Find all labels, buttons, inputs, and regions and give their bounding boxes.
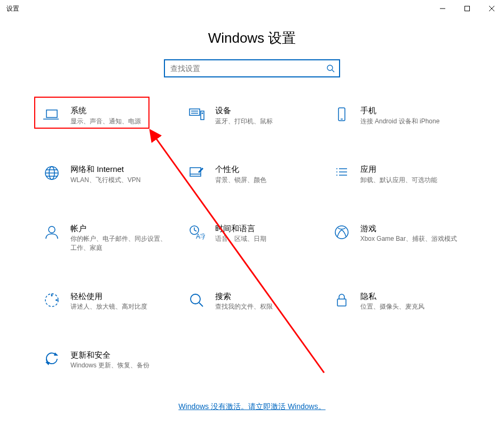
settings-tile-system[interactable]: 系统 显示、声音、通知、电源	[43, 105, 171, 125]
svg-rect-6	[46, 110, 57, 117]
svg-point-28	[49, 226, 55, 233]
lock-icon	[333, 291, 351, 309]
globe-icon	[43, 164, 61, 182]
svg-rect-1	[465, 6, 470, 11]
svg-marker-35	[51, 295, 53, 297]
tile-desc: 连接 Android 设备和 iPhone	[360, 117, 461, 126]
laptop-icon	[43, 105, 61, 123]
maximize-button[interactable]	[455, 0, 479, 17]
tile-desc: 显示、声音、通知、电源	[70, 117, 171, 126]
person-icon	[43, 223, 61, 241]
svg-rect-8	[190, 109, 200, 115]
close-button[interactable]	[479, 0, 504, 17]
svg-rect-39	[337, 299, 346, 306]
tile-desc: WLAN、飞行模式、VPN	[70, 176, 171, 185]
tile-title: 轻松使用	[70, 291, 171, 302]
page-heading: Windows 设置	[0, 29, 504, 48]
update-icon	[43, 350, 61, 368]
tile-desc: 卸载、默认应用、可选功能	[360, 176, 461, 185]
paint-icon	[187, 164, 206, 182]
svg-line-38	[199, 303, 203, 306]
tile-desc: 蓝牙、打印机、鼠标	[215, 117, 316, 126]
settings-tile-network[interactable]: 网络和 Internet WLAN、飞行模式、VPN	[43, 164, 171, 184]
activation-link[interactable]: Windows 没有激活。请立即激活 Windows。	[178, 402, 325, 411]
settings-tile-accounts[interactable]: 帐户 你的帐户、电子邮件、同步设置、工作、家庭	[43, 223, 171, 253]
svg-point-12	[202, 113, 203, 114]
svg-text:A字: A字	[196, 233, 205, 240]
search-icon	[187, 291, 206, 309]
tile-desc: Windows 更新、恢复、备份	[70, 361, 171, 370]
settings-tile-ease-of-access[interactable]: 轻松使用 讲述人、放大镜、高对比度	[43, 291, 171, 311]
svg-point-37	[191, 294, 200, 304]
tile-title: 更新和安全	[70, 350, 171, 360]
settings-tile-apps[interactable]: 应用 卸载、默认应用、可选功能	[333, 164, 461, 184]
settings-tile-personalization[interactable]: 个性化 背景、锁屏、颜色	[187, 164, 316, 184]
search-container	[0, 59, 504, 77]
tile-title: 时间和语言	[215, 223, 316, 234]
titlebar: 设置	[0, 0, 504, 17]
svg-marker-41	[45, 362, 50, 365]
tile-title: 网络和 Internet	[70, 164, 171, 175]
svg-rect-11	[201, 111, 204, 120]
apps-icon	[333, 164, 351, 182]
phone-icon	[333, 105, 351, 123]
time-language-icon: A字	[187, 223, 206, 241]
settings-grid: 系统 显示、声音、通知、电源 设备 蓝牙、打印机、鼠标 手机 连接 Androi…	[43, 105, 461, 370]
tile-desc: 讲述人、放大镜、高对比度	[70, 302, 171, 311]
svg-line-5	[332, 70, 334, 72]
tile-title: 个性化	[215, 164, 316, 175]
tile-title: 隐私	[360, 291, 461, 302]
ease-icon	[43, 291, 61, 309]
keyboard-icon	[187, 105, 206, 123]
tile-title: 搜索	[215, 291, 316, 302]
tile-desc: 语音、区域、日期	[215, 234, 316, 243]
search-input[interactable]	[169, 64, 326, 73]
settings-tile-phone[interactable]: 手机 连接 Android 设备和 iPhone	[333, 105, 461, 125]
tile-title: 手机	[360, 105, 461, 116]
tile-title: 系统	[70, 105, 171, 116]
tile-title: 游戏	[360, 223, 461, 234]
svg-marker-40	[54, 352, 58, 356]
tile-desc: 背景、锁屏、颜色	[215, 176, 316, 185]
tile-desc: 查找我的文件、权限	[215, 302, 316, 311]
xbox-icon	[333, 223, 351, 241]
window-title: 设置	[6, 4, 19, 13]
tile-title: 设备	[215, 105, 316, 116]
settings-tile-gaming[interactable]: 游戏 Xbox Game Bar、捕获、游戏模式	[333, 223, 461, 253]
tile-title: 帐户	[70, 223, 171, 234]
search-box[interactable]	[164, 59, 340, 77]
search-icon	[326, 64, 335, 73]
window-controls	[430, 0, 504, 17]
svg-point-33	[335, 226, 348, 239]
svg-marker-36	[55, 299, 57, 301]
svg-point-4	[327, 65, 333, 70]
tile-desc: 你的帐户、电子邮件、同步设置、工作、家庭	[70, 234, 171, 253]
settings-tile-update[interactable]: 更新和安全 Windows 更新、恢复、备份	[43, 350, 171, 370]
activation-notice: Windows 没有激活。请立即激活 Windows。	[0, 402, 504, 412]
settings-tile-privacy[interactable]: 隐私 位置、摄像头、麦克风	[333, 291, 461, 311]
tile-desc: Xbox Game Bar、捕获、游戏模式	[360, 234, 461, 243]
settings-tile-search[interactable]: 搜索 查找我的文件、权限	[187, 291, 316, 311]
tile-title: 应用	[360, 164, 461, 175]
minimize-button[interactable]	[430, 0, 455, 17]
svg-line-31	[194, 230, 196, 231]
tile-desc: 位置、摄像头、麦克风	[360, 302, 461, 311]
settings-tile-devices[interactable]: 设备 蓝牙、打印机、鼠标	[187, 105, 316, 125]
settings-tile-time-language[interactable]: A字 时间和语言 语音、区域、日期	[187, 223, 316, 253]
